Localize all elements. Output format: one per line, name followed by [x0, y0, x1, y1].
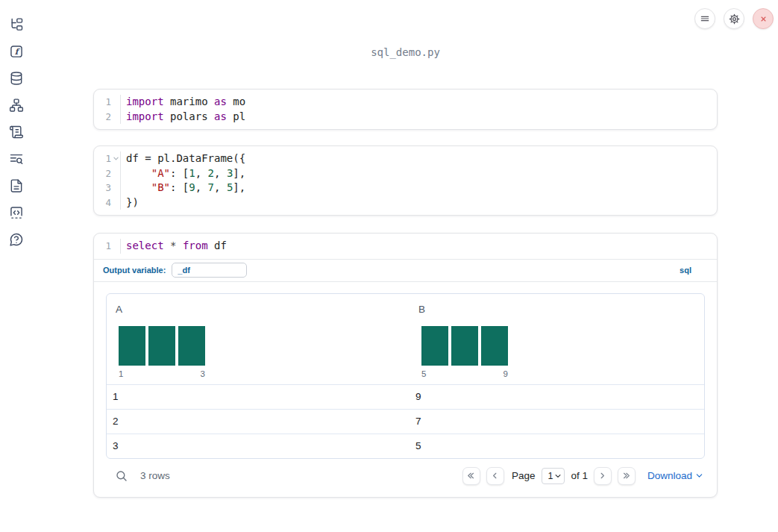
table-cell: 3	[107, 434, 410, 458]
line-number: 2	[94, 166, 121, 181]
column-histogram: 13	[119, 326, 205, 379]
page-of-label: of 1	[571, 470, 588, 481]
code-line: 2 "A": [1, 2, 3],	[94, 166, 717, 181]
line-number: 1	[94, 239, 121, 254]
page-label: Page	[512, 470, 536, 481]
histogram-min-label: 5	[421, 369, 426, 379]
row-count: 3 rows	[140, 470, 170, 481]
table-row: 35	[107, 434, 704, 458]
code-text: select * from df	[121, 239, 227, 254]
chevron-right-icon	[597, 471, 607, 481]
sql-cell: 1select * from df Output variable: sql A…	[93, 233, 718, 498]
download-label: Download	[647, 470, 692, 481]
chevron-left-icon	[490, 471, 500, 481]
code-line: 3 "B": [9, 7, 5],	[94, 181, 717, 195]
histogram-bar	[178, 326, 205, 366]
line-number: 2	[94, 110, 121, 125]
histogram-max-label: 9	[503, 369, 508, 379]
previous-page-button[interactable]	[486, 467, 504, 485]
code-text: })	[121, 195, 139, 210]
next-page-button[interactable]	[594, 467, 612, 485]
table-row: 27	[107, 409, 704, 434]
column-name: B	[418, 304, 695, 316]
code-line: 1import marimo as mo	[94, 95, 717, 110]
dependency-graph-icon[interactable]	[9, 98, 24, 113]
column-header-b[interactable]: B59	[410, 294, 704, 384]
sql-editor[interactable]: 1select * from df	[94, 234, 717, 260]
chevron-down-icon	[695, 472, 703, 480]
code-editor[interactable]: 1import marimo as mo2import polars as pl	[94, 90, 717, 129]
table-row: 19	[107, 384, 704, 409]
settings-button[interactable]	[724, 8, 744, 29]
helper-panel-sidebar: f	[0, 0, 33, 532]
histogram-bar	[148, 326, 175, 366]
line-number: 4	[94, 195, 121, 210]
output-variable-input[interactable]	[172, 263, 247, 278]
last-page-button[interactable]	[618, 467, 636, 485]
table-header-row: A13 B59	[107, 294, 704, 384]
code-text: df = pl.DataFrame({	[121, 151, 245, 166]
help-icon[interactable]	[9, 232, 24, 247]
histogram-min-label: 1	[119, 369, 123, 379]
table-cell: 5	[410, 434, 704, 458]
line-number: 1	[94, 151, 121, 166]
column-header-a[interactable]: A13	[107, 294, 410, 384]
code-line: 1select * from df	[94, 239, 717, 254]
code-line: 1df = pl.DataFrame({	[94, 151, 717, 166]
output-variable-label: Output variable:	[103, 266, 166, 275]
histogram-bar	[421, 326, 448, 366]
data-sources-icon[interactable]	[9, 71, 24, 86]
documentation-icon[interactable]	[9, 178, 24, 193]
code-cell-imports: 1import marimo as mo2import polars as pl	[93, 89, 718, 130]
code-text: import polars as pl	[121, 110, 245, 125]
scratchpad-icon[interactable]	[9, 125, 24, 140]
dataframe-table: A13 B59 192735	[106, 293, 705, 459]
search-icon[interactable]	[113, 468, 130, 484]
snippets-icon[interactable]	[9, 205, 24, 220]
code-text: "B": [9, 7, 5],	[121, 181, 245, 195]
page-select[interactable]: 1	[542, 468, 565, 484]
code-editor[interactable]: 1df = pl.DataFrame({2 "A": [1, 2, 3],3 "…	[94, 146, 717, 215]
fold-toggle-icon[interactable]	[113, 155, 119, 162]
chevrons-right-icon	[621, 471, 631, 481]
table-cell: 2	[107, 410, 410, 434]
table-cell: 9	[410, 385, 704, 409]
logs-icon[interactable]	[9, 151, 24, 166]
code-line: 2import polars as pl	[94, 110, 717, 125]
column-name: A	[116, 304, 401, 316]
chevrons-left-icon	[466, 471, 476, 481]
column-histogram: 59	[421, 326, 508, 379]
sql-cell-toolbar: Output variable: sql	[94, 260, 717, 282]
close-icon	[758, 13, 769, 25]
histogram-max-label: 3	[201, 369, 205, 379]
chevron-down-icon	[554, 472, 562, 480]
line-number: 3	[94, 181, 121, 195]
code-text: "A": [1, 2, 3],	[121, 166, 245, 181]
notebook: sql_demo.py 1import marimo as mo2import …	[93, 0, 718, 498]
language-badge: sql	[680, 266, 691, 275]
cell-output: A13 B59 192735 3 rows	[94, 282, 717, 497]
histogram-bar	[451, 326, 478, 366]
code-line: 4})	[94, 195, 717, 210]
pagination: Page 1 of 1	[462, 467, 703, 485]
file-explorer-icon[interactable]	[9, 17, 24, 32]
download-button[interactable]: Download	[647, 470, 703, 481]
histogram-bar	[119, 326, 145, 366]
table-cell: 7	[410, 410, 704, 434]
notebook-filename[interactable]: sql_demo.py	[93, 46, 718, 59]
table-body: 192735	[107, 384, 704, 458]
line-number: 1	[94, 95, 121, 110]
code-text: import marimo as mo	[121, 95, 245, 110]
svg-text:f: f	[15, 47, 21, 57]
page-select-value: 1	[548, 471, 553, 481]
table-cell: 1	[107, 385, 410, 409]
first-page-button[interactable]	[462, 467, 480, 485]
shutdown-button[interactable]	[753, 8, 774, 29]
table-footer: 3 rows Page 1	[106, 465, 705, 487]
settings-icon	[728, 13, 741, 25]
code-cell-dataframe: 1df = pl.DataFrame({2 "A": [1, 2, 3],3 "…	[93, 145, 718, 216]
functions-icon[interactable]: f	[9, 44, 24, 59]
histogram-bar	[481, 326, 508, 366]
